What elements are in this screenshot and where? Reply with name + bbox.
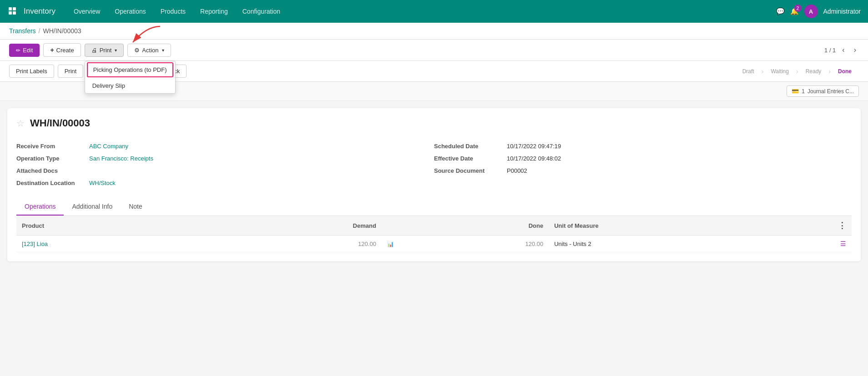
operations-table: Product Demand Done Unit of Measure ⋮ [1… (16, 216, 852, 252)
svg-rect-2 (9, 11, 12, 15)
value-receive-from[interactable]: ABC Company (89, 143, 128, 150)
print-dropdown-menu: Picking Operations (to PDF) Delivery Sli… (85, 61, 176, 94)
table-row: [123] Lioa 120.00 120.00 Units - Units 2 (16, 236, 852, 252)
pipeline-done[interactable]: Done (831, 66, 859, 77)
label-source-document: Source Document (434, 167, 507, 174)
tab-additional-info[interactable]: Additional Info (64, 198, 121, 216)
pager: 1 / 1 ‹ › (824, 45, 859, 55)
print-chevron-icon: ▾ (115, 48, 117, 53)
print-section: Print ▾ Picking Operations (to PDF) Deli… (85, 44, 124, 57)
breadcrumb-current: WH/IN/00003 (43, 27, 81, 35)
pipeline-draft[interactable]: Draft (735, 66, 762, 77)
print-menu-item-delivery[interactable]: Delivery Slip (85, 78, 175, 93)
field-destination-location: Destination Location WH/Stock (16, 177, 434, 189)
journal-label: Journal Entries C... (807, 88, 854, 95)
app-title: Inventory (24, 7, 56, 16)
red-arrow (124, 22, 165, 49)
journal-entries-button[interactable]: 1 Journal Entries C... (787, 85, 859, 97)
nav-overview[interactable]: Overview (68, 5, 106, 18)
label-scheduled-date: Scheduled Date (434, 143, 507, 150)
row-list-icon (840, 241, 846, 247)
chat-button[interactable] (776, 7, 785, 15)
journal-count: 1 (802, 88, 805, 95)
edit-button[interactable]: Edit (9, 44, 40, 57)
label-operation-type: Operation Type (16, 155, 89, 162)
print-button[interactable]: Print ▾ (85, 44, 124, 57)
print-btn[interactable]: Print (58, 65, 84, 78)
left-fields: Receive From ABC Company Operation Type … (16, 140, 434, 189)
col-chart (382, 216, 400, 236)
pipeline-ready[interactable]: Ready (798, 66, 829, 77)
cell-demand: 120.00 (206, 236, 382, 252)
field-operation-type: Operation Type San Francisco: Receipts (16, 152, 434, 165)
print-labels-button[interactable]: Print Labels (9, 65, 54, 78)
pager-prev-button[interactable]: ‹ (839, 45, 847, 55)
label-destination-location: Destination Location (16, 180, 89, 186)
create-button[interactable]: Create (43, 43, 81, 57)
top-navigation: Inventory Overview Operations Products R… (0, 0, 868, 23)
right-fields: Scheduled Date 10/17/2022 09:47:19 Effec… (434, 140, 852, 189)
col-actions: ⋮ (833, 216, 852, 236)
main-content: ☆ WH/IN/00003 Receive From ABC Company O… (7, 108, 861, 261)
value-operation-type[interactable]: San Francisco: Receipts (89, 155, 153, 162)
svg-rect-0 (9, 7, 12, 10)
cell-row-actions[interactable] (833, 236, 852, 252)
chat-icon (776, 8, 785, 15)
svg-rect-1 (13, 7, 16, 10)
col-done: Done (400, 216, 549, 236)
print-menu-item-picking[interactable]: Picking Operations (to PDF) (87, 62, 173, 77)
nav-products[interactable]: Products (155, 5, 191, 18)
edit-icon (16, 47, 20, 54)
cell-unit-of-measure: Units - Units 2 (549, 236, 833, 252)
tab-note[interactable]: Note (121, 198, 151, 216)
nav-configuration[interactable]: Configuration (237, 5, 286, 18)
value-source-document: P00002 (507, 167, 527, 174)
print-icon (91, 47, 97, 54)
wallet-icon (792, 88, 799, 95)
notification-badge: 2 (794, 5, 802, 12)
table-more-icon[interactable]: ⋮ (838, 221, 846, 230)
fields-grid: Receive From ABC Company Operation Type … (16, 140, 852, 189)
value-effective-date: 10/17/2022 09:48:02 (507, 155, 561, 162)
label-receive-from: Receive From (16, 143, 89, 150)
label-attached-docs: Attached Docs (16, 167, 89, 174)
pipeline-steps: Draft › Waiting › Ready › Done (735, 66, 859, 77)
value-scheduled-date: 10/17/2022 09:47:19 (507, 143, 561, 150)
field-source-document: Source Document P00002 (434, 165, 852, 177)
field-receive-from: Receive From ABC Company (16, 140, 434, 152)
record-title-row: ☆ WH/IN/00003 (16, 117, 852, 129)
svg-rect-3 (13, 11, 16, 15)
record-title: WH/IN/00003 (30, 117, 90, 129)
tab-list: Operations Additional Info Note (16, 198, 852, 216)
cell-done: 120.00 (400, 236, 549, 252)
tab-operations[interactable]: Operations (16, 198, 64, 216)
favorite-star-icon[interactable]: ☆ (16, 118, 25, 129)
field-effective-date: Effective Date 10/17/2022 09:48:02 (434, 152, 852, 165)
breadcrumb-parent[interactable]: Transfers (9, 27, 36, 35)
demand-chart-icon (387, 241, 394, 247)
pager-next-button[interactable]: › (851, 45, 859, 55)
col-unit-of-measure: Unit of Measure (549, 216, 833, 236)
nav-operations[interactable]: Operations (109, 5, 151, 18)
pager-text: 1 / 1 (824, 47, 836, 54)
cell-product[interactable]: [123] Lioa (16, 236, 206, 252)
field-attached-docs: Attached Docs (16, 165, 434, 177)
table-header-row: Product Demand Done Unit of Measure ⋮ (16, 216, 852, 236)
pipeline-waiting[interactable]: Waiting (763, 66, 796, 77)
user-avatar: A (804, 5, 818, 18)
breadcrumb-separator: / (39, 27, 40, 35)
label-effective-date: Effective Date (434, 155, 507, 162)
nav-right-section: 2 A Administrator (776, 5, 861, 18)
cell-chart-icon[interactable] (382, 236, 400, 252)
plus-icon (50, 46, 54, 54)
nav-reporting[interactable]: Reporting (195, 5, 233, 18)
col-demand: Demand (206, 216, 382, 236)
value-destination-location[interactable]: WH/Stock (89, 180, 116, 186)
action-bar: Edit Create Print ▾ Picking Operations (… (0, 40, 868, 61)
col-product: Product (16, 216, 206, 236)
field-scheduled-date: Scheduled Date 10/17/2022 09:47:19 (434, 140, 852, 152)
tabs-section: Operations Additional Info Note Product … (16, 198, 852, 252)
notification-button[interactable]: 2 (790, 7, 799, 15)
user-name: Administrator (823, 8, 861, 15)
app-grid-icon[interactable] (7, 6, 18, 17)
